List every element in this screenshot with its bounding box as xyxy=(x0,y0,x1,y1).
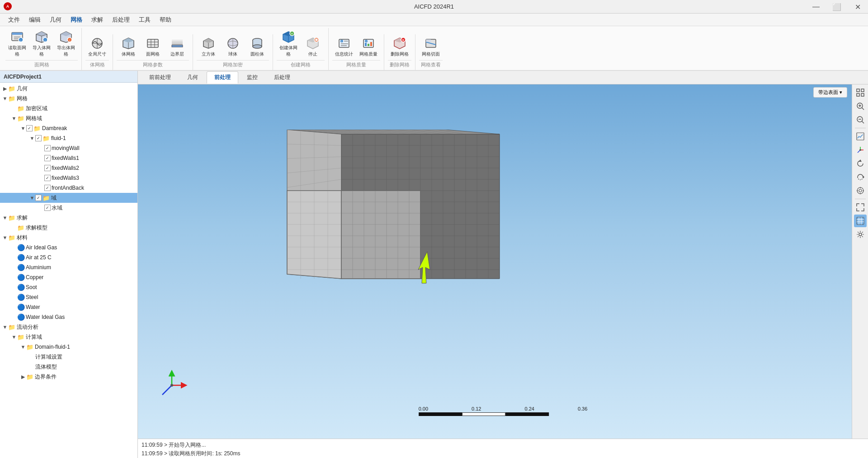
tree-node-frontandback[interactable]: frontAndBack xyxy=(0,183,137,193)
stop-button[interactable]: 停止 xyxy=(301,34,325,59)
tree-node-compute-settings[interactable]: 计算域设置 xyxy=(0,352,137,362)
cube-refine-button[interactable]: 立方体 xyxy=(197,34,220,59)
toggle-domain-fluid-1[interactable]: ▼ xyxy=(20,344,26,350)
toggle-dambreak[interactable]: ▼ xyxy=(20,125,26,131)
tree-node-steel[interactable]: 🔵 Steel xyxy=(0,292,137,302)
project-tab[interactable]: AICFDProject1 xyxy=(0,71,137,83)
cb-fixedwalls3[interactable] xyxy=(44,175,51,181)
view-mode-button[interactable]: 带边表面 ▾ xyxy=(813,87,847,98)
cb-dambreak[interactable] xyxy=(26,125,33,131)
refresh-button[interactable] xyxy=(854,171,867,183)
import-volume-mesh-button[interactable]: ↓ 导入体网格 xyxy=(30,28,53,59)
cb-fixedwalls2[interactable] xyxy=(44,165,51,171)
toggle-mesh-zones[interactable]: ▼ xyxy=(11,115,17,122)
tree-node-air-25c[interactable]: 🔵 Air at 25 C xyxy=(0,252,137,262)
target-button[interactable] xyxy=(854,184,867,197)
menu-postprocess[interactable]: 后处理 xyxy=(108,14,134,26)
toggle-fluid-1[interactable]: ▼ xyxy=(29,135,35,141)
delete-mesh-button[interactable]: ✕ 删除网格 xyxy=(388,34,411,59)
toggle-compute-domain[interactable]: ▼ xyxy=(11,334,17,340)
tree-node-fixedwalls3[interactable]: fixedWalls3 xyxy=(0,173,137,183)
tab-pre-preprocessing[interactable]: 前前处理 xyxy=(142,71,179,84)
menu-edit[interactable]: 编辑 xyxy=(24,14,45,26)
tree-node-flow-analysis[interactable]: ▼ 📁 流动分析 xyxy=(0,322,137,332)
toggle-density[interactable] xyxy=(11,105,17,112)
sphere-refine-button[interactable]: 球体 xyxy=(221,34,245,59)
tree-node-solve[interactable]: ▼ 📁 求解 xyxy=(0,213,137,223)
zoom-out-button[interactable] xyxy=(854,113,867,126)
cb-frontandback[interactable] xyxy=(44,185,51,191)
toggle-boundary-cond[interactable]: ▶ xyxy=(20,374,26,380)
rotate-button[interactable] xyxy=(854,157,867,170)
tab-geometry[interactable]: 几何 xyxy=(179,71,206,84)
tree-node-geometry[interactable]: ▶ 📁 几何 xyxy=(0,84,137,93)
mesh-stats-button[interactable]: i 信息统计 xyxy=(332,34,356,59)
axis-button[interactable] xyxy=(854,144,867,156)
toggle-fixedwalls1[interactable] xyxy=(38,155,44,161)
tree-node-compute-domain[interactable]: ▼ 📁 计算域 xyxy=(0,332,137,342)
toggle-frontandback[interactable] xyxy=(38,185,44,191)
toggle-flow-model[interactable] xyxy=(29,364,35,370)
toggle-air-ideal-gas[interactable] xyxy=(11,244,17,251)
settings-button[interactable] xyxy=(854,228,867,241)
tree-node-water-domain[interactable]: 水域 xyxy=(0,203,137,213)
fit-view-button[interactable] xyxy=(854,86,867,99)
menu-mesh[interactable]: 网格 xyxy=(66,14,87,26)
mesh-quality-button[interactable]: i 网格质量 xyxy=(357,34,380,59)
toggle-fixedwalls2[interactable] xyxy=(38,165,44,171)
tree-node-aluminium[interactable]: 🔵 Aluminium xyxy=(0,262,137,272)
toggle-compute-settings[interactable] xyxy=(29,354,35,360)
tree-node-fixedwalls2[interactable]: fixedWalls2 xyxy=(0,163,137,173)
close-button[interactable]: ✕ xyxy=(847,0,868,14)
zoom-in-button[interactable] xyxy=(854,100,867,112)
toggle-domain[interactable]: ▼ xyxy=(29,195,35,201)
toggle-fixedwalls3[interactable] xyxy=(38,175,44,181)
tree-node-copper[interactable]: 🔵 Copper xyxy=(0,272,137,282)
tab-preprocessing[interactable]: 前处理 xyxy=(207,71,238,84)
tree-node-water[interactable]: 🔵 Water xyxy=(0,302,137,312)
vol-mesh-param-button[interactable]: 体网格 xyxy=(117,34,140,59)
tree-node-fluid-1[interactable]: ▼ 📁 fluid-1 xyxy=(0,133,137,143)
tab-postprocessing[interactable]: 后处理 xyxy=(266,71,298,84)
tree-node-materials[interactable]: ▼ 📁 材料 xyxy=(0,233,137,243)
menu-file[interactable]: 文件 xyxy=(4,14,24,26)
cb-fixedwalls1[interactable] xyxy=(44,155,51,161)
tree-node-water-ideal-gas[interactable]: 🔵 Water Ideal Gas xyxy=(0,312,137,322)
menu-tools[interactable]: 工具 xyxy=(134,14,155,26)
export-volume-mesh-button[interactable]: ↑ 导出体网格 xyxy=(54,28,78,59)
toggle-materials[interactable]: ▼ xyxy=(2,234,8,241)
tree-node-density[interactable]: 📁 加密区域 xyxy=(0,103,137,113)
menu-help[interactable]: 帮助 xyxy=(155,14,176,26)
toggle-water-domain[interactable] xyxy=(38,205,44,211)
toggle-water[interactable] xyxy=(11,304,17,310)
toggle-solve-model[interactable] xyxy=(11,224,17,231)
tree-node-domain[interactable]: ▼ 📁 域 xyxy=(0,193,137,203)
toggle-air-25c[interactable] xyxy=(11,254,17,261)
tree-node-mesh[interactable]: ▼ 📁 网格 xyxy=(0,93,137,103)
toggle-mesh[interactable]: ▼ xyxy=(2,95,8,102)
tab-monitor[interactable]: 监控 xyxy=(239,71,265,84)
menu-geometry[interactable]: 几何 xyxy=(45,14,66,26)
toggle-flow-analysis[interactable]: ▼ xyxy=(2,324,8,330)
cb-domain[interactable] xyxy=(35,195,42,201)
expand-button[interactable] xyxy=(854,201,867,214)
tree-node-air-ideal-gas[interactable]: 🔵 Air Ideal Gas xyxy=(0,243,137,252)
import-face-mesh-button[interactable]: ↓ 读取面网格 xyxy=(5,28,29,59)
menu-solve[interactable]: 求解 xyxy=(87,14,108,26)
tree-node-soot[interactable]: 🔵 Soot xyxy=(0,282,137,292)
cb-water-domain[interactable] xyxy=(44,205,51,211)
toggle-copper[interactable] xyxy=(11,274,17,280)
tree-node-fixedwalls1[interactable]: fixedWalls1 xyxy=(0,153,137,163)
toggle-solve[interactable]: ▼ xyxy=(2,215,8,221)
cb-fluid-1[interactable] xyxy=(35,135,42,141)
cylinder-refine-button[interactable]: 圆柱体 xyxy=(245,34,269,59)
toggle-soot[interactable] xyxy=(11,284,17,290)
mesh-slice-button[interactable]: 网格切面 xyxy=(419,34,443,59)
tree-node-movingwall[interactable]: movingWall xyxy=(0,143,137,153)
3d-viewport[interactable]: 带边表面 ▾ xyxy=(138,84,868,439)
maximize-button[interactable]: ⬜ xyxy=(826,0,847,14)
face-mesh-param-button[interactable]: 面网格 xyxy=(141,34,165,59)
mesh-display-button[interactable] xyxy=(854,215,867,227)
tree-node-flow-model[interactable]: 流体模型 xyxy=(0,362,137,372)
toggle-geometry[interactable]: ▶ xyxy=(2,85,8,92)
